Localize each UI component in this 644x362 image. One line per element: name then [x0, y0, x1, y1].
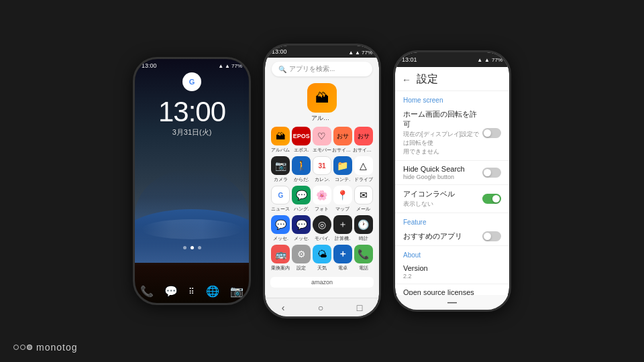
- list-item[interactable]: 🌤 天気: [313, 245, 331, 272]
- chrome-icon[interactable]: 🌐: [206, 285, 219, 298]
- amazon-bar[interactable]: amazon: [270, 277, 374, 288]
- item-text-iconlabel: アイコンラベル 表示しない: [403, 189, 455, 208]
- list-item[interactable]: ◎ モバイ.: [313, 215, 331, 242]
- phone-1: 13:00 ▲ ▲ 77% G 13:00 3月31日(火) 📞 💬 ⠿ 🌐: [133, 57, 251, 305]
- signal-icon: ▲: [218, 63, 223, 69]
- camera-lock-icon[interactable]: 📷: [230, 285, 244, 298]
- list-item[interactable]: 🕐 時計: [354, 215, 373, 242]
- item-title-recommended: おすすめのアプリ: [403, 231, 462, 241]
- list-item[interactable]: △ ドライブ: [354, 156, 373, 183]
- app-label: アルバム: [271, 147, 290, 154]
- toggle-rotate[interactable]: [482, 128, 501, 138]
- app-drawer: 13:00 ▲ ▲ 77% 🔍 アプリを検索... 🏔 アルバム 🏔 アルバム: [265, 46, 379, 316]
- list-item[interactable]: 31 カレン.: [313, 156, 331, 183]
- battery-icon-3: 77%: [492, 57, 502, 63]
- list-item[interactable]: G ニュース: [271, 186, 290, 213]
- status-time-3: 13:01: [402, 56, 417, 63]
- list-item[interactable]: 📍 マップ: [333, 186, 352, 213]
- item-text-recommended: おすすめのアプリ: [403, 231, 462, 241]
- list-item[interactable]: ＋ 電卓: [333, 245, 352, 272]
- message1-icon: 💬: [271, 215, 290, 234]
- app-label: カメラ: [274, 176, 288, 183]
- app-label: おサイファ.: [332, 147, 354, 154]
- photo-icon: 🌸: [313, 186, 331, 204]
- app-label: 電卓: [338, 265, 347, 272]
- item-text-version: Version 2.2: [403, 264, 428, 280]
- app-row-3: G ニュース 💬 ハング. 🌸 フォト 📍 マップ ✉ メール: [270, 186, 374, 213]
- back-button[interactable]: ‹: [282, 302, 285, 313]
- lock-dots: [135, 246, 249, 249]
- emoba-icon: ♡: [313, 127, 331, 145]
- status-bar-phone1: 13:00 ▲ ▲ 77%: [135, 59, 249, 71]
- settings-title: 設定: [417, 72, 438, 86]
- app-label: おサイファ.: [353, 147, 374, 154]
- app-label: ニュース: [271, 206, 290, 213]
- app-label: ドライブ: [354, 176, 373, 183]
- list-item[interactable]: ⚙ 設定: [292, 245, 311, 272]
- lock-nav: 📞 💬 ⠿ 🌐 📷: [135, 285, 249, 298]
- list-item[interactable]: 💬 メッセ.: [271, 215, 290, 242]
- app-grid: 🏔 アルバム 🏔 アルバム EPOS エポス. ♡ エモバー おサ: [265, 80, 379, 277]
- mail-icon: ✉: [354, 186, 373, 204]
- item-title-quicksearch: Hide Quick Search: [403, 165, 465, 173]
- settings-screen: 13:01 ▲ ▲ 77% ← 設定 Home screen ホーム画面の回転を…: [395, 52, 509, 310]
- calen-icon: 31: [313, 156, 331, 175]
- list-item[interactable]: ✉ メール: [354, 186, 373, 213]
- list-item[interactable]: ♡ エモバー: [313, 127, 331, 154]
- brand-logo: monotog: [13, 342, 77, 353]
- app-label: コンテ.: [335, 176, 350, 183]
- album-icon: 🏔: [271, 127, 290, 145]
- list-item[interactable]: 📞 電話: [354, 245, 373, 272]
- logo-circle-2: [20, 345, 25, 350]
- list-item[interactable]: 💬 メッセ.: [292, 215, 311, 242]
- google-button[interactable]: G: [182, 72, 201, 91]
- list-item[interactable]: おサ おサイファ.: [354, 127, 373, 154]
- train-icon: 🚌: [271, 245, 290, 263]
- back-arrow-icon[interactable]: ←: [402, 74, 411, 85]
- lock-date: 3月31日(火): [135, 127, 249, 137]
- messages-icon[interactable]: 💬: [164, 285, 178, 298]
- logo-circle-1: [13, 345, 19, 350]
- search-icon: 🔍: [278, 66, 286, 73]
- search-bar[interactable]: 🔍 アプリを検索...: [272, 62, 372, 76]
- hangout-icon: 💬: [292, 186, 311, 204]
- album-label: アルバム: [311, 114, 333, 123]
- phone-icon[interactable]: 📞: [140, 285, 154, 298]
- status-time-2: 13:00: [272, 48, 287, 56]
- album-icon-large: 🏔: [307, 83, 337, 113]
- apps-grid-icon[interactable]: ⠿: [189, 287, 195, 296]
- toggle-recommended[interactable]: [482, 231, 501, 241]
- list-item[interactable]: 📁 コンテ.: [333, 156, 352, 183]
- list-item[interactable]: 🌸 フォト: [313, 186, 331, 213]
- toggle-iconlabel[interactable]: [482, 194, 501, 204]
- list-item[interactable]: 🏔 アルバム: [271, 127, 290, 154]
- logo-circle-3: [27, 345, 32, 350]
- app-row-5: 🚌 乗換案内 ⚙ 設定 🌤 天気 ＋ 電卓 📞 電話: [270, 245, 374, 272]
- logo-text: monotog: [36, 342, 77, 353]
- item-subtitle-iconlabel: 表示しない: [403, 200, 455, 208]
- toggle-quicksearch[interactable]: [482, 168, 501, 178]
- featured-app[interactable]: 🏔 アルバム: [270, 83, 374, 123]
- message2-icon: 💬: [292, 215, 311, 234]
- oyasifa2-icon: おサ: [354, 127, 373, 145]
- home-button[interactable]: ○: [318, 302, 323, 313]
- home-bar[interactable]: —: [447, 297, 457, 308]
- item-title-iconlabel: アイコンラベル: [403, 189, 455, 199]
- list-item[interactable]: ＋ 計算機.: [333, 215, 352, 242]
- list-item[interactable]: 🚶 からだ.: [292, 156, 311, 183]
- list-item[interactable]: 🚌 乗換案内: [271, 245, 290, 272]
- search-placeholder: アプリを検索...: [289, 64, 335, 74]
- status-time-1: 13:00: [142, 62, 157, 69]
- list-item[interactable]: 📷 カメラ: [271, 156, 290, 183]
- item-title-version: Version: [403, 264, 428, 272]
- recents-button[interactable]: □: [357, 302, 362, 313]
- drawer-nav: ‹ ○ □: [265, 298, 379, 316]
- app-row-1: 🏔 アルバム EPOS エポス. ♡ エモバー おサ おサイファ. おサ: [270, 127, 374, 154]
- amazon-label: amazon: [311, 279, 333, 286]
- list-item[interactable]: EPOS エポス.: [292, 127, 311, 154]
- section-about: About: [395, 246, 509, 260]
- list-item[interactable]: おサ おサイファ.: [333, 127, 352, 154]
- content-icon: 📁: [333, 156, 352, 175]
- item-subtitle-rotate: 現在の[ディスプレイ]設定では回転を使用できません: [403, 130, 482, 156]
- list-item[interactable]: 💬 ハング.: [292, 186, 311, 213]
